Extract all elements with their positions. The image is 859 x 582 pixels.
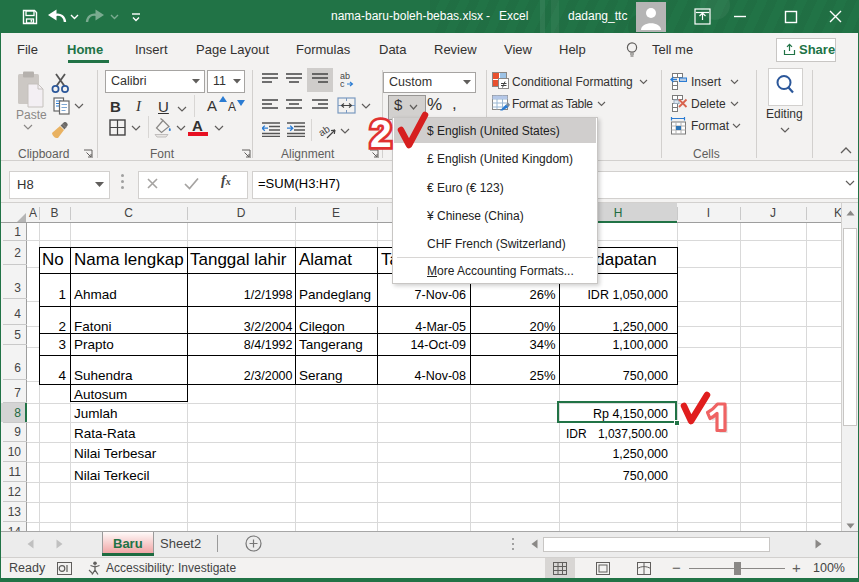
svg-text:2: 2 — [370, 112, 392, 155]
svg-text:ab: ab — [318, 123, 332, 139]
svg-text:c: c — [340, 79, 345, 88]
